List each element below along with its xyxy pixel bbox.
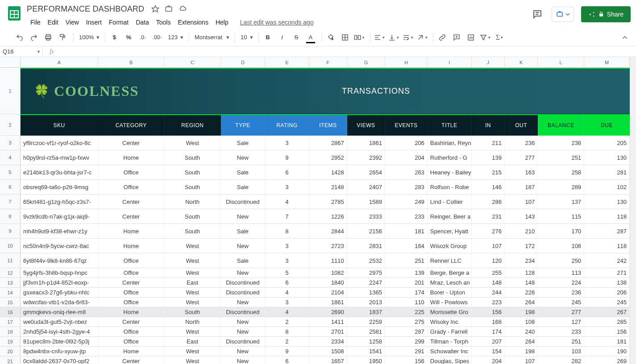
cell-cat[interactable]: Home [98, 307, 164, 317]
cell-due[interactable]: 130 [584, 150, 630, 165]
cell-reg[interactable]: North [164, 194, 221, 209]
cell-type[interactable]: New [221, 209, 265, 223]
print-button[interactable] [42, 31, 54, 44]
row-header-18[interactable]: 18 [0, 327, 20, 337]
cell-views[interactable]: 1541 [347, 347, 385, 356]
table-row[interactable]: wdwcifas-vtb1-v2da-6r83-OfficeWestNew318… [21, 298, 630, 307]
row-header-20[interactable]: 20 [0, 347, 20, 356]
name-box[interactable]: Q16▾ [0, 46, 43, 57]
cell-reg[interactable]: South [164, 307, 221, 317]
cell-due[interactable]: 130 [584, 194, 630, 209]
cell-sku[interactable]: 0cx8atdd-2637-0x70-opf2 [21, 356, 98, 364]
cell-events[interactable]: 249 [385, 194, 428, 209]
cell-title[interactable]: Wisozk Group [428, 239, 472, 253]
column-header-E[interactable]: E [265, 57, 309, 68]
cell-due[interactable]: 102 [584, 180, 630, 194]
header-region[interactable]: REGION [164, 115, 221, 136]
cell-bal[interactable]: 236 [538, 288, 584, 297]
document-title[interactable]: PERFORMANCE DASHBOARD [27, 4, 144, 14]
menu-edit[interactable]: Edit [44, 18, 62, 27]
menu-view[interactable]: View [62, 18, 83, 27]
row-header-2[interactable]: 2 [0, 114, 20, 136]
column-header-D[interactable]: D [221, 57, 265, 68]
cell-out[interactable]: 264 [505, 337, 538, 346]
cell-title[interactable]: Grady - Farrell [428, 327, 472, 336]
cell-sku[interactable]: obsreq69-ta6o-p2tt-9msg [21, 180, 98, 194]
cell-events[interactable]: 110 [385, 298, 428, 307]
cell-sku[interactable]: 81upec8m-2bte-0l92-5p3j [21, 337, 98, 346]
cell-reg[interactable]: South [164, 209, 221, 223]
cell-out[interactable]: 210 [505, 224, 538, 238]
row-header-9[interactable]: 9 [0, 224, 20, 239]
table-row[interactable]: obsreq69-ta6o-p2tt-9msgOfficeSouthSale32… [21, 180, 630, 194]
cell-in[interactable]: 286 [472, 194, 505, 209]
cell-out[interactable]: 236 [505, 136, 538, 150]
cell-title[interactable]: Rolfson - Robe [428, 180, 472, 194]
cell-bal[interactable]: 127 [538, 317, 584, 327]
cell-title[interactable]: Borer - Upton [428, 288, 472, 297]
cell-reg[interactable]: South [164, 150, 221, 165]
cell-events[interactable]: 275 [385, 317, 428, 327]
cell-rating[interactable]: 4 [265, 288, 309, 297]
cell-reg[interactable]: South [164, 224, 221, 238]
cell-cat[interactable]: Center [98, 209, 164, 223]
cell-views[interactable]: 2407 [347, 180, 385, 194]
cell-title[interactable]: Morissette Gro [428, 307, 472, 317]
cell-items[interactable]: 2148 [309, 180, 347, 194]
table-row[interactable]: we0uda3t-gut5-2vjt-nbezCenterNorthNew214… [21, 317, 630, 327]
cell-cat[interactable]: Office [98, 337, 164, 346]
cell-bal[interactable]: 282 [538, 356, 584, 364]
cell-items[interactable]: 1508 [309, 347, 347, 356]
cell-cat[interactable]: Office [98, 180, 164, 194]
cell-sku[interactable]: wdwcifas-vtb1-v2da-6r83- [21, 298, 98, 307]
cell-reg[interactable]: West [164, 347, 221, 356]
cell-in[interactable]: 231 [472, 209, 505, 223]
cell-title[interactable]: Spencer, Hyatt [428, 224, 472, 238]
horizontal-align-button[interactable]: ▾ [373, 31, 386, 44]
table-row[interactable]: h0py9rsl-rz5a-mw1p-fxwvHomeSouthNew92952… [21, 150, 630, 165]
header-events[interactable]: EVENTS [385, 115, 428, 136]
cell-items[interactable]: 2334 [309, 337, 347, 346]
column-header-B[interactable]: B [98, 57, 164, 68]
cell-title[interactable]: Wisoky Inc [428, 317, 472, 327]
cell-out[interactable]: 234 [505, 253, 538, 268]
cell-cat[interactable]: Office [98, 253, 164, 268]
font-size-select[interactable]: 10▾ [238, 31, 256, 44]
cell-reg[interactable]: East [164, 278, 221, 287]
cell-bal[interactable]: 103 [538, 347, 584, 356]
header-in[interactable]: IN [472, 115, 505, 136]
cell-views[interactable]: 2975 [347, 268, 385, 277]
menu-extensions[interactable]: Extensions [174, 18, 212, 27]
cell-bal[interactable]: 224 [538, 278, 584, 287]
cell-type[interactable]: New [221, 298, 265, 307]
cell-in[interactable]: 139 [472, 150, 505, 165]
cell-views[interactable]: 2247 [347, 278, 385, 287]
cell-title[interactable]: Reinger, Beer a [428, 209, 472, 223]
cell-views[interactable]: 2333 [347, 209, 385, 223]
row-header-16[interactable]: 16 [0, 307, 20, 317]
row-header-5[interactable]: 5 [0, 165, 20, 180]
cell-bal[interactable]: 289 [538, 180, 584, 194]
cell-due[interactable]: 267 [584, 307, 630, 317]
cell-title[interactable]: Rutherford - G [428, 150, 472, 165]
cell-bal[interactable]: 251 [538, 337, 584, 346]
filter-button[interactable]: ▾ [479, 31, 491, 44]
cell-title[interactable]: Tillman - Torph [428, 337, 472, 346]
last-edit-link[interactable]: Last edit was seconds ago [240, 19, 314, 26]
cell-reg[interactable]: West [164, 298, 221, 307]
table-row[interactable]: mh4h9ot9-kf38-ehwr-z1yHomeSouthSale82844… [21, 224, 630, 239]
cell-views[interactable]: 1837 [347, 307, 385, 317]
cell-views[interactable]: 2581 [347, 327, 385, 336]
cell-items[interactable]: 2785 [309, 194, 347, 209]
cell-views[interactable]: 1589 [347, 194, 385, 209]
insert-comment-button[interactable] [450, 31, 463, 44]
cell-reg[interactable]: West [164, 356, 221, 364]
cell-due[interactable]: 156 [584, 327, 630, 336]
cell-rating[interactable]: 2 [265, 317, 309, 327]
cell-due[interactable]: 271 [584, 268, 630, 277]
cell-items[interactable]: 1110 [309, 253, 347, 268]
row-header-17[interactable]: 17 [0, 317, 20, 327]
cell-rating[interactable]: 8 [265, 327, 309, 336]
cell-cat[interactable]: Center [98, 136, 164, 150]
row-header-1[interactable]: 1 [0, 68, 20, 114]
